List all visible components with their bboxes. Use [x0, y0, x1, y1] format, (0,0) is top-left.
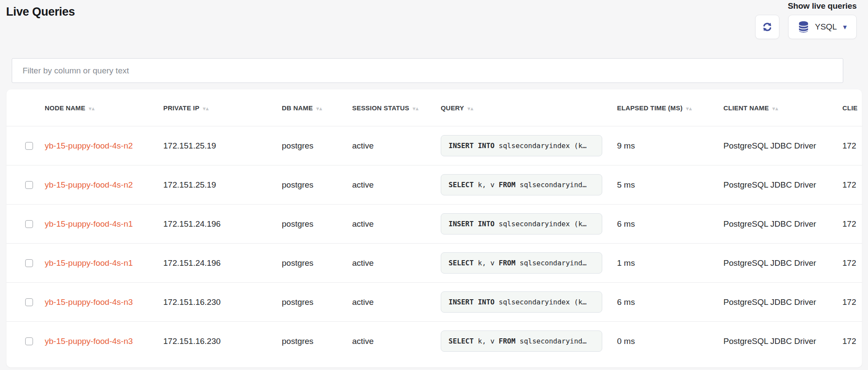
elapsed-time-cell: 5 ms	[611, 180, 717, 190]
query-snippet[interactable]: INSERT INTO sqlsecondaryindex (k…	[441, 213, 602, 235]
node-name-link[interactable]: yb-15-puppy-food-4s-n3	[45, 337, 133, 346]
row-checkbox[interactable]	[25, 259, 33, 267]
api-selector-label: YSQL	[815, 22, 837, 32]
query-snippet[interactable]: SELECT k, v FROM sqlsecondaryind…	[441, 252, 602, 274]
node-name-link[interactable]: yb-15-puppy-food-4s-n2	[45, 141, 133, 150]
query-snippet[interactable]: INSERT INTO sqlsecondaryindex (k…	[441, 135, 602, 156]
row-checkbox[interactable]	[25, 220, 33, 228]
client-host-cell: 172	[836, 180, 862, 190]
sort-icon[interactable]: ▾▴	[686, 106, 692, 112]
session-status-cell: active	[346, 141, 434, 151]
client-name-cell: PostgreSQL JDBC Driver	[717, 337, 836, 346]
column-header-node-name[interactable]: NODE NAME▾▴	[38, 104, 157, 112]
sort-icon[interactable]: ▾▴	[468, 106, 474, 112]
client-host-cell: 172	[836, 258, 862, 268]
sort-icon[interactable]: ▾▴	[203, 106, 209, 112]
client-host-cell: 172	[836, 141, 862, 151]
query-snippet[interactable]: INSERT INTO sqlsecondaryindex (k…	[441, 291, 602, 313]
session-status-cell: active	[346, 219, 434, 229]
session-status-cell: active	[346, 337, 434, 346]
db-name-cell: postgres	[275, 337, 346, 346]
page-title: Live Queries	[6, 5, 857, 19]
column-header-db-name[interactable]: DB NAME▾▴	[275, 104, 346, 112]
column-header-client-name[interactable]: CLIENT NAME▾▴	[717, 104, 836, 112]
node-name-link[interactable]: yb-15-puppy-food-4s-n1	[45, 219, 133, 228]
live-queries-table-card: NODE NAME▾▴ PRIVATE IP▾▴ DB NAME▾▴ SESSI…	[7, 89, 862, 367]
table-row: yb-15-puppy-food-4s-n2 172.151.25.19 pos…	[7, 165, 862, 204]
table-row: yb-15-puppy-food-4s-n3 172.151.16.230 po…	[7, 282, 862, 321]
elapsed-time-cell: 9 ms	[611, 141, 717, 151]
query-snippet[interactable]: SELECT k, v FROM sqlsecondaryind…	[441, 174, 602, 195]
column-header-client-host[interactable]: CLIE	[836, 104, 862, 112]
column-header-private-ip[interactable]: PRIVATE IP▾▴	[157, 104, 275, 112]
database-icon	[798, 21, 809, 33]
node-name-link[interactable]: yb-15-puppy-food-4s-n2	[45, 180, 133, 189]
api-selector-dropdown[interactable]: YSQL ▾	[788, 15, 857, 39]
sort-icon[interactable]: ▾▴	[413, 106, 419, 112]
db-name-cell: postgres	[275, 219, 346, 229]
table-row: yb-15-puppy-food-4s-n1 172.151.24.196 po…	[7, 243, 862, 282]
elapsed-time-cell: 6 ms	[611, 297, 717, 307]
client-name-cell: PostgreSQL JDBC Driver	[717, 219, 836, 229]
sort-icon[interactable]: ▾▴	[316, 106, 322, 112]
elapsed-time-cell: 1 ms	[611, 258, 717, 268]
row-checkbox[interactable]	[25, 337, 33, 345]
filter-bar	[12, 58, 843, 83]
client-name-cell: PostgreSQL JDBC Driver	[717, 180, 836, 190]
client-name-cell: PostgreSQL JDBC Driver	[717, 258, 836, 268]
client-host-cell: 172	[836, 219, 862, 229]
page-header: Live Queries Show live queries	[0, 0, 868, 43]
filter-input[interactable]	[12, 58, 843, 83]
private-ip-cell: 172.151.25.19	[157, 180, 275, 190]
elapsed-time-cell: 0 ms	[611, 337, 717, 346]
row-checkbox[interactable]	[25, 181, 33, 189]
client-host-cell: 172	[836, 337, 862, 346]
session-status-cell: active	[346, 297, 434, 307]
table-row: yb-15-puppy-food-4s-n2 172.151.25.19 pos…	[7, 126, 862, 165]
db-name-cell: postgres	[275, 141, 346, 151]
session-status-cell: active	[346, 180, 434, 190]
table-body: yb-15-puppy-food-4s-n2 172.151.25.19 pos…	[7, 126, 862, 360]
show-live-queries-caption: Show live queries	[788, 1, 857, 11]
elapsed-time-cell: 6 ms	[611, 219, 717, 229]
private-ip-cell: 172.151.16.230	[157, 337, 275, 346]
row-checkbox[interactable]	[25, 298, 33, 306]
node-name-link[interactable]: yb-15-puppy-food-4s-n3	[45, 297, 133, 307]
table-row: yb-15-puppy-food-4s-n3 172.151.16.230 po…	[7, 321, 862, 360]
private-ip-cell: 172.151.25.19	[157, 141, 275, 151]
db-name-cell: postgres	[275, 180, 346, 190]
sort-icon[interactable]: ▾▴	[89, 106, 95, 112]
db-name-cell: postgres	[275, 297, 346, 307]
chevron-down-icon: ▾	[843, 23, 847, 31]
private-ip-cell: 172.151.16.230	[157, 297, 275, 307]
refresh-button[interactable]	[755, 15, 779, 39]
db-name-cell: postgres	[275, 258, 346, 268]
node-name-link[interactable]: yb-15-puppy-food-4s-n1	[45, 258, 133, 268]
session-status-cell: active	[346, 258, 434, 268]
table-row: yb-15-puppy-food-4s-n1 172.151.24.196 po…	[7, 204, 862, 243]
private-ip-cell: 172.151.24.196	[157, 258, 275, 268]
table-header-row: NODE NAME▾▴ PRIVATE IP▾▴ DB NAME▾▴ SESSI…	[7, 89, 862, 126]
column-header-elapsed-time[interactable]: ELAPSED TIME (MS)▾▴	[611, 104, 717, 112]
refresh-icon	[762, 21, 773, 33]
client-name-cell: PostgreSQL JDBC Driver	[717, 141, 836, 151]
client-host-cell: 172	[836, 297, 862, 307]
column-header-session-status[interactable]: SESSION STATUS▾▴	[346, 104, 434, 112]
private-ip-cell: 172.151.24.196	[157, 219, 275, 229]
sort-icon[interactable]: ▾▴	[772, 106, 779, 112]
query-snippet[interactable]: SELECT k, v FROM sqlsecondaryind…	[441, 330, 602, 352]
row-checkbox[interactable]	[25, 142, 33, 150]
column-header-query[interactable]: QUERY▾▴	[434, 104, 611, 112]
header-controls: Show live queries	[755, 1, 857, 39]
client-name-cell: PostgreSQL JDBC Driver	[717, 297, 836, 307]
